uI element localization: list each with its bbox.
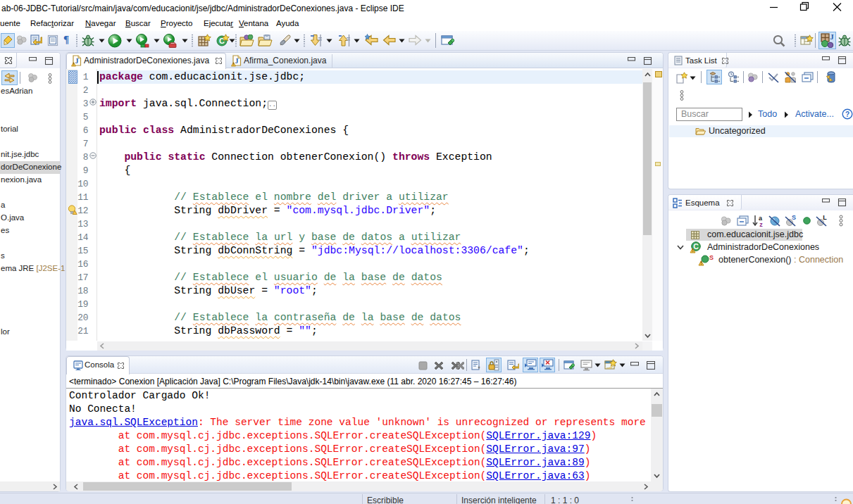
svg-text:!: ! bbox=[692, 248, 693, 253]
svg-text:!: ! bbox=[700, 260, 702, 265]
svg-text:J: J bbox=[75, 57, 79, 65]
svg-text:z: z bbox=[759, 221, 763, 227]
svg-text:C: C bbox=[693, 242, 699, 251]
svg-text:L: L bbox=[823, 215, 827, 221]
svg-text:S: S bbox=[792, 215, 796, 221]
svg-text:S: S bbox=[709, 254, 714, 261]
svg-text:J: J bbox=[235, 57, 239, 65]
svg-text:!: ! bbox=[233, 62, 235, 66]
svg-text:J: J bbox=[830, 33, 834, 41]
svg-text:!: ! bbox=[73, 62, 75, 66]
svg-text:?: ? bbox=[845, 111, 849, 118]
